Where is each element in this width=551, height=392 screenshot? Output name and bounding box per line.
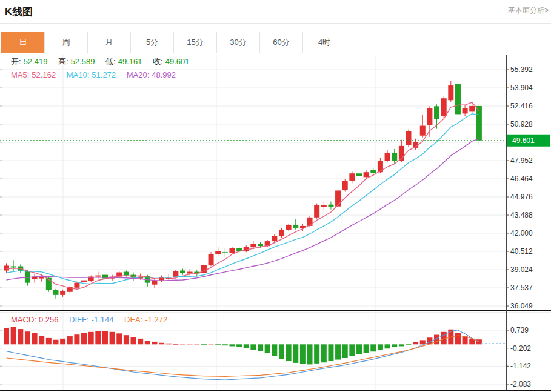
candle-body [321,205,327,207]
candle-body [328,205,333,207]
macd-bar [131,337,136,344]
candle-body [95,276,101,277]
macd-bar [265,344,270,353]
low-value: 49.161 [118,57,142,66]
open-label: 开: [11,57,21,66]
macd-bar [272,344,277,356]
macd-histogram [4,327,482,364]
candle-body [448,85,453,100]
high-label: 高: [58,57,68,66]
macd-bar [18,329,23,344]
candle-body [222,252,228,253]
candle-body [229,248,235,253]
macd-bar [32,333,38,344]
macd-bar [152,342,157,344]
candle-body [476,106,482,141]
macd-bar [215,344,221,345]
candle-body [441,98,447,116]
macd-bar [349,344,355,356]
macd-bar [194,344,199,344]
macd-bar [314,344,319,364]
macd-bar [236,344,242,347]
macd-axis-label: -0.202 [510,344,531,353]
macd-bar [159,343,164,345]
price-axis-label: 39.024 [510,265,533,274]
macd-bar [250,344,256,350]
low-label: 低: [105,57,116,66]
candle-body [53,290,58,295]
macd-bar [244,344,249,348]
macd-bar [307,344,313,364]
macd-bar [279,344,284,359]
candle-body [187,272,193,274]
candle-body [349,173,355,181]
candle-body [60,291,65,295]
ma20-value: 48.992 [152,70,176,79]
candle-body [356,173,362,176]
candle-body [152,281,157,285]
candle-body [335,190,341,206]
macd-bar [328,344,333,361]
macd-bar [406,344,411,345]
macd-bar [300,344,306,364]
macd-bar [258,344,263,351]
macd-bar [229,344,235,346]
macd-axis-label: -2.083 [510,380,531,388]
ma10-value: 51.272 [92,70,116,79]
macd-bar [138,339,143,344]
candle-body [215,251,221,254]
candle-body [74,283,79,288]
macd-bar [286,344,292,361]
candle-body [293,225,298,228]
price-axis-label: 46.464 [510,174,533,183]
macd-bar [74,334,79,344]
candle-body [258,244,263,246]
macd-bar [335,344,341,359]
macd-row: MACD:0.256 DIFF:-1.144 DEA:-1.272 [11,315,170,324]
macd-bar [102,331,108,344]
macd-bar [95,331,101,344]
macd-bar [11,327,16,344]
macd-bar [53,340,58,345]
candle-body [463,108,468,113]
macd-bar [378,344,383,350]
macd-bar [364,344,369,353]
ma5-value: 52.162 [32,70,56,79]
macd-bar [420,340,426,344]
candle-body [378,161,383,172]
macd-bar [356,344,362,354]
macd-bar [222,344,228,345]
macd-bar [173,344,178,345]
macd-bar [145,341,150,344]
price-tag-value: 49.601 [512,136,535,145]
macd-bar [455,333,461,344]
macd-axis-label: 0.739 [510,326,529,334]
price-axis-label: 43.488 [510,211,533,219]
candle-body [236,248,242,251]
macd-bar [293,344,298,363]
macd-bar [399,344,404,346]
ma10-label: MA10: [67,70,90,79]
candle-body [209,254,214,265]
macd-value: 0.256 [39,315,59,324]
ma5-line [7,102,479,289]
kline-widget: K线图 基本面分析> 日周月5分15分30分60分4时 开:52.419 高:5… [0,0,551,392]
price-axis-label: 36.049 [510,302,533,310]
candle-body [81,281,87,282]
price-axis-label: 52.416 [510,102,533,110]
macd-bar [385,344,390,348]
price-axis-label: 37.537 [510,284,533,292]
diff-value: -1.144 [92,315,114,324]
candle-body [434,106,439,119]
candle-body [124,272,129,276]
price-axis-label: 40.512 [510,247,533,256]
macd-bar [166,344,172,345]
macd-bar [39,336,44,344]
candle-body [342,181,348,190]
dea-value: -1.272 [145,315,167,324]
ma5-label: MA5: [11,70,29,79]
panel-separator [0,310,551,311]
ma20-line [7,139,479,281]
macd-bar [124,335,129,344]
macd-bar [116,333,122,344]
